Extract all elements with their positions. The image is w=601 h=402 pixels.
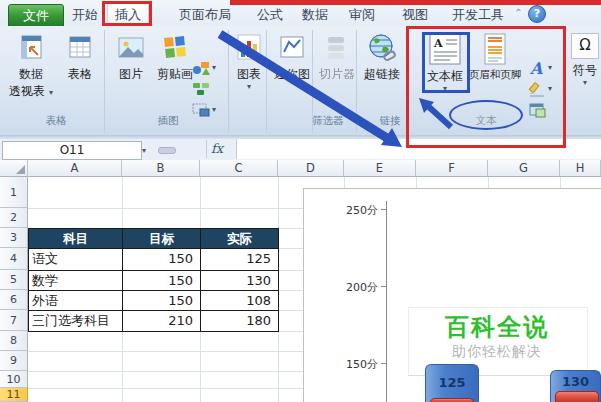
row-header-9[interactable]: 9 xyxy=(0,351,28,371)
col-header-A[interactable]: A xyxy=(28,160,122,177)
axis-tick-label: 250分 xyxy=(332,203,378,218)
row-header-4[interactable]: 4 xyxy=(0,248,28,270)
formula-bar: O11 ▾ fx xyxy=(0,139,601,161)
wordart-icon: A xyxy=(528,59,546,77)
col-header-H[interactable]: H xyxy=(560,160,601,177)
col-header-E[interactable]: E xyxy=(344,160,416,177)
textbox-icon: A xyxy=(429,33,461,65)
group-label-illustrations: 插图 xyxy=(148,114,188,128)
smartart-icon xyxy=(192,81,210,97)
row-header-7[interactable]: 7 xyxy=(0,310,28,331)
table-cell[interactable]: 210 xyxy=(123,311,201,332)
shapes-button[interactable]: ▾ xyxy=(192,57,230,78)
header-footer-label: 页眉和页脚 xyxy=(469,68,522,82)
name-box[interactable]: O11 xyxy=(2,141,142,160)
ribbon-tab-bar: 文件 开始 插入 页面布局 公式 数据 审阅 视图 开发工具 ⌃ ? xyxy=(0,0,601,26)
table-cell[interactable]: 数学 xyxy=(29,271,123,291)
svg-text:A: A xyxy=(529,59,543,77)
tab-view[interactable]: 视图 xyxy=(402,6,428,26)
tab-home[interactable]: 开始 xyxy=(72,6,98,26)
actual-bar xyxy=(555,391,599,402)
table-icon xyxy=(67,33,93,63)
table-cell[interactable]: 108 xyxy=(201,291,279,311)
table-cell[interactable]: 150 xyxy=(123,249,201,271)
row-header-10[interactable]: 10 xyxy=(0,371,28,388)
row-header-11[interactable]: 11 xyxy=(0,388,28,402)
symbol-button[interactable]: Ω 符号 ▾ xyxy=(570,30,600,130)
textbox-button[interactable]: A 文本框 ▾ xyxy=(421,30,469,130)
target-bar: 125 xyxy=(425,364,479,402)
chevron-down-icon: ▾ xyxy=(583,79,587,87)
group-divider xyxy=(356,30,357,132)
select-all-corner[interactable] xyxy=(0,160,28,177)
col-header-G[interactable]: G xyxy=(488,160,560,177)
text-small-stack: A ▾ ▾ xyxy=(528,57,562,120)
axis-tick-label: 150分 xyxy=(332,357,378,372)
help-icon[interactable]: ? xyxy=(528,5,546,23)
row-header-1[interactable]: 1 xyxy=(0,177,28,208)
group-label-filters: 筛选器 xyxy=(303,114,353,128)
table-cell[interactable]: 外语 xyxy=(29,291,123,311)
collapse-ribbon-icon[interactable]: ⌃ xyxy=(512,8,525,19)
insert-function-button[interactable]: fx xyxy=(211,140,235,158)
tab-formulas[interactable]: 公式 xyxy=(257,6,283,26)
axis-tick-label: 200分 xyxy=(332,280,378,295)
screenshot-icon xyxy=(192,102,210,118)
row-header-5[interactable]: 5 xyxy=(0,270,28,290)
table-cell[interactable]: 三门选考科目 xyxy=(29,311,123,332)
table-cell[interactable]: 125 xyxy=(201,249,279,271)
col-header-D[interactable]: D xyxy=(278,160,344,177)
smartart-button[interactable] xyxy=(192,78,230,99)
chart-label: 图表 xyxy=(237,66,261,83)
chart-button[interactable]: 图表 ▾ xyxy=(230,30,268,130)
header-footer-icon xyxy=(482,33,508,65)
pivottable-label-line2: 透视表 xyxy=(9,84,45,98)
signature-line-button[interactable]: ▾ xyxy=(528,78,562,99)
table-cell[interactable]: 150 xyxy=(123,291,201,311)
table-header-cell[interactable]: 目标 xyxy=(123,229,201,249)
row-header-6[interactable]: 6 xyxy=(0,290,28,310)
tab-page-layout[interactable]: 页面布局 xyxy=(179,6,231,26)
tab-data[interactable]: 数据 xyxy=(302,6,328,26)
slicer-icon xyxy=(325,33,349,63)
name-box-dropdown-icon[interactable]: ▾ xyxy=(142,146,146,155)
chevron-down-icon: ▾ xyxy=(443,85,447,93)
chart-icon xyxy=(236,33,262,63)
wordart-button[interactable]: A ▾ xyxy=(528,57,562,78)
actual-bar xyxy=(430,398,474,402)
table-cell[interactable]: 180 xyxy=(201,311,279,332)
formula-input[interactable] xyxy=(236,139,601,159)
col-header-C[interactable]: C xyxy=(200,160,278,177)
screenshot-button[interactable]: ▾ xyxy=(192,99,230,120)
table-cell[interactable]: 130 xyxy=(201,271,279,291)
symbol-label: 符号 xyxy=(573,62,597,79)
table-header-cell[interactable]: 科目 xyxy=(29,229,123,249)
bar-data-label: 130 xyxy=(562,374,589,389)
slicer-label: 切片器 xyxy=(319,66,355,83)
sparkline-icon xyxy=(279,33,305,63)
col-header-F[interactable]: F xyxy=(416,160,488,177)
chevron-down-icon: ▾ xyxy=(548,64,552,72)
tab-file[interactable]: 文件 xyxy=(8,4,64,28)
row-header-3[interactable]: 3 xyxy=(0,228,28,248)
embedded-chart[interactable]: 250分 200分 150分 125 130 百科全说 助你轻松解决 xyxy=(303,188,601,402)
watermark-subtitle: 助你轻松解决 xyxy=(408,343,586,361)
tab-review[interactable]: 审阅 xyxy=(349,6,375,26)
formula-bar-splitter[interactable] xyxy=(158,147,176,154)
group-divider xyxy=(228,30,229,132)
table-header-cell[interactable]: 实际 xyxy=(201,229,279,249)
row-header-8[interactable]: 8 xyxy=(0,331,28,351)
axis-tick xyxy=(381,363,386,364)
tab-insert[interactable]: 插入 xyxy=(107,3,149,26)
picture-button[interactable]: 图片 xyxy=(110,30,152,130)
object-button[interactable] xyxy=(528,99,562,120)
axis-tick xyxy=(381,209,386,210)
tab-developer[interactable]: 开发工具 xyxy=(452,6,504,26)
table-cell[interactable]: 150 xyxy=(123,271,201,291)
hyperlink-globe-icon xyxy=(367,33,397,63)
row-header-2[interactable]: 2 xyxy=(0,208,28,228)
col-header-B[interactable]: B xyxy=(122,160,200,177)
table-cell[interactable]: 语文 xyxy=(29,249,123,271)
sparkline-label: 迷你图 xyxy=(274,66,310,83)
watermark-title: 百科全说 xyxy=(408,311,586,343)
